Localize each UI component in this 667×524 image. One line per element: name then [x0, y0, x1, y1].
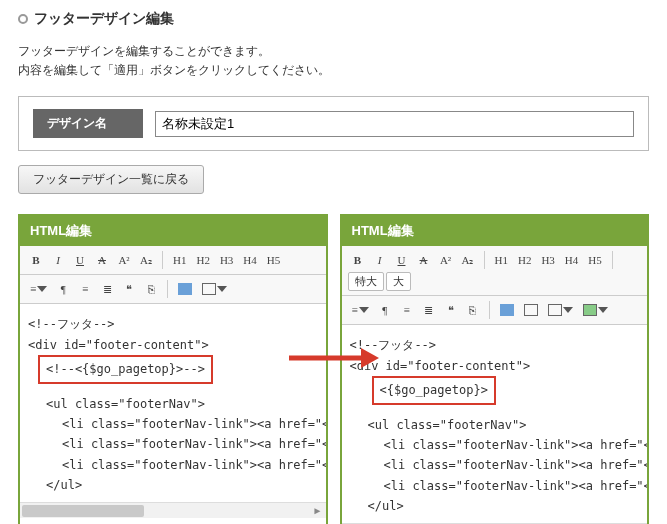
italic-button[interactable]: I: [370, 250, 390, 270]
code-line: <!--フッタ-->: [28, 314, 318, 334]
superscript-button[interactable]: A²: [436, 250, 456, 270]
italic-button[interactable]: I: [48, 250, 68, 270]
code-line: <li class="footerNav-link"><a href="<{$p: [28, 455, 318, 475]
strike-button[interactable]: A: [92, 250, 112, 270]
quote-button[interactable]: ❝: [119, 279, 139, 299]
ul-button[interactable]: ≣: [97, 279, 117, 299]
design-name-label: デザイン名: [33, 109, 143, 138]
code-line: <div id="footer-content">: [350, 356, 640, 376]
image-button[interactable]: [174, 279, 196, 299]
scroll-right-icon[interactable]: ►: [310, 503, 326, 519]
bullet-icon: [18, 14, 28, 24]
ol-button[interactable]: ≡: [75, 279, 95, 299]
page-title-text: フッターデザイン編集: [34, 10, 174, 28]
h1-button[interactable]: H1: [169, 250, 190, 270]
toolbar-left-row2: ≡ ¶ ≡ ≣ ❝ ⎘: [20, 275, 326, 304]
toolbar-separator: [162, 251, 163, 269]
desc-line-2: 内容を編集して「適用」ボタンをクリックしてください。: [18, 61, 649, 80]
size-l-button[interactable]: 大: [386, 272, 411, 291]
h1-button[interactable]: H1: [491, 250, 512, 270]
h4-button[interactable]: H4: [561, 250, 582, 270]
toolbar-separator: [489, 301, 490, 319]
link-button[interactable]: ⎘: [463, 300, 483, 320]
size-xl-button[interactable]: 特大: [348, 272, 384, 291]
design-name-box: デザイン名: [18, 96, 649, 151]
toolbar-right-row1: B I U A A² A₂ H1 H2 H3 H4 H5 特大 大: [342, 246, 648, 296]
align-button[interactable]: ≡: [348, 300, 373, 320]
page-description: フッターデザインを編集することができます。 内容を編集して「適用」ボタンをクリッ…: [18, 42, 649, 80]
desc-line-1: フッターデザインを編集することができます。: [18, 42, 649, 61]
align-button[interactable]: ≡: [26, 279, 51, 299]
code-line: </ul>: [350, 496, 640, 516]
code-line: <li class="footerNav-link"><a href="<{$p…: [350, 476, 640, 496]
code-line: <!--フッタ-->: [350, 335, 640, 355]
quote-button[interactable]: ❝: [441, 300, 461, 320]
scroll-thumb[interactable]: [22, 505, 144, 517]
panel-header-left: HTML編集: [20, 216, 326, 246]
code-line: <li class="footerNav-link"><a href="<{$g: [28, 414, 318, 434]
bold-button[interactable]: B: [26, 250, 46, 270]
code-line: <li class="footerNav-link"><a href="<{$c…: [350, 455, 640, 475]
image-button[interactable]: [496, 300, 518, 320]
link-button[interactable]: ⎘: [141, 279, 161, 299]
code-editor-right[interactable]: <!--フッタ--> <div id="footer-content"> <{$…: [342, 325, 648, 522]
code-editor-left[interactable]: <!--フッタ--> <div id="footer-content"> <!-…: [20, 304, 326, 501]
insert2-button[interactable]: [579, 300, 612, 320]
code-line: <ul class="footerNav">: [350, 415, 640, 435]
subscript-button[interactable]: A₂: [458, 250, 478, 270]
h2-button[interactable]: H2: [192, 250, 213, 270]
h2-button[interactable]: H2: [514, 250, 535, 270]
bold-button[interactable]: B: [348, 250, 368, 270]
horizontal-scrollbar[interactable]: ◄ ►: [20, 502, 326, 518]
toolbar-left-row1: B I U A A² A₂ H1 H2 H3 H4 H5: [20, 246, 326, 275]
ol-button[interactable]: ≡: [397, 300, 417, 320]
toolbar-separator: [484, 251, 485, 269]
toolbar-right-row2: ≡ ¶ ≡ ≣ ❝ ⎘: [342, 296, 648, 325]
strike-button[interactable]: A: [414, 250, 434, 270]
paragraph-button[interactable]: ¶: [53, 279, 73, 299]
superscript-button[interactable]: A²: [114, 250, 134, 270]
ul-button[interactable]: ≣: [419, 300, 439, 320]
html-editor-panel-right: HTML編集 B I U A A² A₂ H1 H2 H3 H4 H5 特大 大…: [340, 214, 650, 524]
subscript-button[interactable]: A₂: [136, 250, 156, 270]
toolbar-separator: [167, 280, 168, 298]
h5-button[interactable]: H5: [584, 250, 605, 270]
underline-button[interactable]: U: [70, 250, 90, 270]
code-line: <div id="footer-content">: [28, 335, 318, 355]
h4-button[interactable]: H4: [239, 250, 260, 270]
page-title: フッターデザイン編集: [18, 10, 649, 28]
code-line: <ul class="footerNav">: [28, 394, 318, 414]
underline-button[interactable]: U: [392, 250, 412, 270]
code-line: <li class="footerNav-link"><a href="<{$c: [28, 434, 318, 454]
layout-button[interactable]: [520, 300, 542, 320]
h3-button[interactable]: H3: [216, 250, 237, 270]
insert-button[interactable]: [544, 300, 577, 320]
code-line: </ul>: [28, 475, 318, 495]
h5-button[interactable]: H5: [263, 250, 284, 270]
paragraph-button[interactable]: ¶: [375, 300, 395, 320]
panel-header-right: HTML編集: [342, 216, 648, 246]
highlighted-code-left: <!--<{$go_pagetop}>-->: [38, 355, 213, 383]
code-line: <li class="footerNav-link"><a href="<{$g…: [350, 435, 640, 455]
insert-button[interactable]: [198, 279, 231, 299]
design-name-input[interactable]: [155, 111, 634, 137]
html-editor-panel-left: HTML編集 B I U A A² A₂ H1 H2 H3 H4 H5 ≡ ¶ …: [18, 214, 328, 524]
h3-button[interactable]: H3: [537, 250, 558, 270]
back-to-list-button[interactable]: フッターデザイン一覧に戻る: [18, 165, 204, 194]
toolbar-separator: [612, 251, 613, 269]
highlighted-code-right: <{$go_pagetop}>: [372, 376, 496, 404]
